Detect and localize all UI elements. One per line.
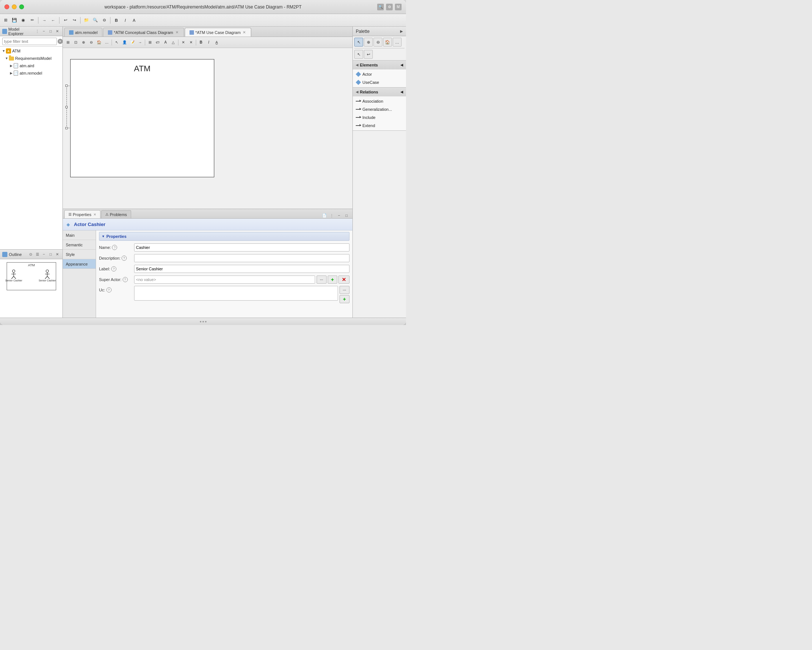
tab-problems[interactable]: ⚠ Problems: [101, 210, 131, 218]
dtb-zoom-in-button[interactable]: ⊕: [80, 38, 87, 47]
dtb-label-button[interactable]: 🏷: [154, 38, 162, 47]
sidebar-semantic[interactable]: Semantic: [63, 240, 96, 250]
redo-button[interactable]: ↪: [70, 16, 78, 25]
palette-undo-button[interactable]: ↩: [364, 50, 373, 59]
tree-item-atm[interactable]: ▼ A ATM: [0, 47, 63, 55]
settings-icon[interactable]: ⚙: [386, 4, 393, 10]
search-icon[interactable]: 🔍: [377, 4, 384, 10]
outline-view-button[interactable]: ☰: [34, 252, 40, 258]
model-explorer-minimize-button[interactable]: −: [41, 29, 47, 34]
dtb-arrow-button[interactable]: →: [136, 38, 144, 47]
dtb-actor-button[interactable]: 👤: [121, 38, 128, 47]
palette-item-include[interactable]: Include: [354, 113, 404, 122]
dtb-layout-button[interactable]: ⊞: [64, 38, 72, 47]
back-button[interactable]: ←: [49, 16, 57, 25]
undo-button[interactable]: ↩: [61, 16, 69, 25]
palette-item-actor[interactable]: Actor: [354, 70, 404, 78]
palette-more-button[interactable]: …: [393, 38, 401, 47]
uc-dots-button[interactable]: ···: [339, 286, 350, 294]
diagram-box[interactable]: ATM: [70, 59, 214, 177]
description-help-icon[interactable]: ?: [122, 256, 127, 261]
bottom-new-button[interactable]: 📄: [321, 212, 327, 218]
open-button[interactable]: 📁: [82, 16, 90, 25]
palette-zoom-in-button[interactable]: ⊕: [364, 38, 373, 47]
font-button[interactable]: A: [130, 16, 138, 25]
label-help-icon[interactable]: ?: [111, 266, 116, 272]
palette-item-generalization[interactable]: Generalization...: [354, 105, 404, 113]
minimize-button[interactable]: [12, 5, 17, 9]
sidebar-style[interactable]: Style: [63, 250, 96, 259]
palette-home-button[interactable]: 🏠: [383, 38, 392, 47]
new-button[interactable]: ⊞: [2, 16, 10, 25]
super-actor-help-icon[interactable]: ?: [123, 277, 128, 282]
palette-elements-header[interactable]: ◀ Elements ◀: [353, 61, 406, 69]
tree-item-requirements[interactable]: ▼ RequirementsModel: [0, 55, 63, 62]
tab-properties[interactable]: ☰ Properties ✕: [64, 210, 101, 218]
properties-section-header[interactable]: ▼ Properties: [99, 232, 350, 241]
model-explorer-menu-button[interactable]: ⋮: [34, 29, 40, 34]
zoom-out-button[interactable]: ⊖: [100, 16, 108, 25]
dtb-cursor-button[interactable]: ↖: [113, 38, 121, 47]
dtb-bold-button[interactable]: B: [197, 38, 205, 47]
dtb-italic-button[interactable]: I: [205, 38, 212, 47]
name-input[interactable]: [134, 243, 350, 252]
tab-atm-remodel[interactable]: atm.remodel: [64, 28, 102, 37]
tab-class-close[interactable]: ✕: [175, 30, 179, 35]
name-help-icon[interactable]: ?: [112, 245, 117, 250]
uc-add-button[interactable]: +: [339, 295, 350, 303]
dtb-zoom-fit-button[interactable]: ⊡: [72, 38, 79, 47]
diagram-canvas[interactable]: Senior Cashier ATM: [63, 48, 353, 209]
tree-item-atm-remodel[interactable]: ▶ 📄 atm.remodel: [0, 69, 63, 77]
dtb-delete-button[interactable]: ✕: [180, 38, 187, 47]
zoom-in-button[interactable]: 🔍: [91, 16, 99, 25]
palette-cursor-button[interactable]: ↖: [354, 38, 363, 47]
sidebar-appearance[interactable]: Appearance: [63, 259, 96, 269]
properties-tab-close[interactable]: ✕: [93, 213, 96, 217]
app-icon[interactable]: M: [395, 4, 401, 10]
bottom-minimize-button[interactable]: −: [336, 212, 342, 218]
dtb-zoom-out-button[interactable]: ⊖: [87, 38, 95, 47]
palette-item-usecase[interactable]: UseCase: [354, 78, 404, 86]
italic-button[interactable]: I: [121, 16, 129, 25]
super-actor-add-button[interactable]: +: [328, 276, 337, 284]
sidebar-main[interactable]: Main: [63, 230, 96, 240]
bottom-menu-button[interactable]: ⋮: [329, 212, 335, 218]
search-input[interactable]: [2, 38, 57, 45]
outline-sync-button[interactable]: ⊙: [28, 252, 34, 258]
save-button[interactable]: 💾: [10, 16, 18, 25]
tab-use-case[interactable]: *ATM Use Case Diagram ✕: [185, 28, 252, 37]
dtb-note-button[interactable]: 📝: [128, 38, 136, 47]
dtb-font-button[interactable]: A: [162, 38, 169, 47]
model-explorer-close-button[interactable]: ✕: [54, 29, 60, 34]
tree-item-atm-aird[interactable]: ▶ 📄 atm.aird: [0, 62, 63, 69]
super-actor-dots-button[interactable]: ···: [317, 276, 327, 284]
palette-zoom-out-button[interactable]: ⊖: [374, 38, 382, 47]
palette-relations-header[interactable]: ◀ Relations ◀: [353, 87, 406, 96]
label-input[interactable]: [134, 265, 350, 273]
search-clear-button[interactable]: ✕: [58, 39, 63, 44]
dtb-connect-button[interactable]: ⊞: [146, 38, 154, 47]
dtb-color-button[interactable]: △: [169, 38, 177, 47]
description-input[interactable]: [134, 254, 350, 262]
close-button[interactable]: [5, 5, 9, 9]
bold-button[interactable]: B: [112, 16, 121, 25]
tab-usecase-close[interactable]: ✕: [242, 30, 246, 35]
dtb-delete2-button[interactable]: ✕: [187, 38, 195, 47]
dtb-more-button[interactable]: …: [103, 38, 110, 47]
dtb-underline-button[interactable]: A̲: [213, 38, 220, 47]
tab-conceptual-class[interactable]: *ATM Conceptual Class Diagram ✕: [103, 28, 184, 37]
palette-select-button[interactable]: ↖: [354, 50, 363, 59]
bottom-maximize-button[interactable]: □: [343, 212, 350, 218]
palette-item-association[interactable]: Association: [354, 97, 404, 105]
model-explorer-maximize-button[interactable]: □: [48, 29, 53, 34]
uc-help-icon[interactable]: ?: [106, 287, 111, 293]
maximize-button[interactable]: [19, 5, 24, 9]
outline-minimize-button[interactable]: −: [41, 252, 47, 258]
forward-button[interactable]: →: [40, 16, 48, 25]
super-actor-remove-button[interactable]: ✕: [338, 276, 350, 284]
record-button[interactable]: ◉: [19, 16, 27, 25]
dtb-home-button[interactable]: 🏠: [95, 38, 103, 47]
palette-expand-icon[interactable]: ▶: [400, 29, 403, 33]
edit-button[interactable]: ✏: [28, 16, 36, 25]
outline-maximize-button[interactable]: □: [48, 252, 53, 258]
